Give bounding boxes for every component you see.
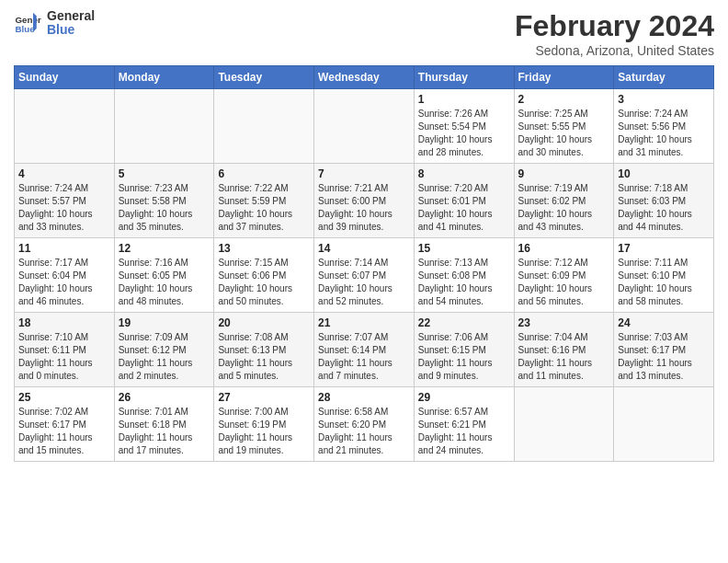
day-detail: Sunrise: 7:00 AM Sunset: 6:19 PM Dayligh… — [218, 406, 310, 457]
day-of-week-header: Wednesday — [314, 66, 415, 89]
day-number: 7 — [318, 167, 410, 180]
day-detail: Sunrise: 7:24 AM Sunset: 5:57 PM Dayligh… — [18, 182, 110, 234]
header-row: SundayMondayTuesdayWednesdayThursdayFrid… — [15, 66, 714, 89]
day-number: 9 — [518, 167, 610, 180]
day-detail: Sunrise: 7:24 AM Sunset: 5:56 PM Dayligh… — [618, 108, 710, 159]
day-number: 28 — [318, 391, 410, 404]
day-detail: Sunrise: 7:14 AM Sunset: 6:07 PM Dayligh… — [318, 257, 410, 308]
calendar-cell: 24Sunrise: 7:03 AM Sunset: 6:17 PM Dayli… — [614, 313, 714, 387]
day-number: 8 — [418, 167, 510, 180]
calendar-table: SundayMondayTuesdayWednesdayThursdayFrid… — [14, 65, 714, 462]
day-detail: Sunrise: 7:10 AM Sunset: 6:11 PM Dayligh… — [18, 331, 110, 383]
calendar-cell: 1Sunrise: 7:26 AM Sunset: 5:54 PM Daylig… — [414, 89, 514, 164]
logo-general: General — [47, 9, 95, 23]
calendar-week-row: 4Sunrise: 7:24 AM Sunset: 5:57 PM Daylig… — [15, 164, 714, 238]
calendar-cell: 23Sunrise: 7:04 AM Sunset: 6:16 PM Dayli… — [514, 313, 614, 387]
day-detail: Sunrise: 7:16 AM Sunset: 6:05 PM Dayligh… — [119, 257, 210, 308]
day-detail: Sunrise: 7:17 AM Sunset: 6:04 PM Dayligh… — [18, 257, 110, 308]
main-title: February 2024 — [515, 9, 714, 43]
calendar-cell: 25Sunrise: 7:02 AM Sunset: 6:17 PM Dayli… — [15, 387, 115, 462]
day-of-week-header: Friday — [514, 66, 614, 89]
day-detail: Sunrise: 6:57 AM Sunset: 6:21 PM Dayligh… — [418, 406, 510, 457]
day-of-week-header: Thursday — [414, 66, 514, 89]
day-number: 11 — [18, 242, 110, 255]
calendar-cell: 27Sunrise: 7:00 AM Sunset: 6:19 PM Dayli… — [214, 387, 314, 462]
day-detail: Sunrise: 7:07 AM Sunset: 6:14 PM Dayligh… — [318, 331, 410, 383]
calendar-cell: 2Sunrise: 7:25 AM Sunset: 5:55 PM Daylig… — [514, 89, 614, 164]
calendar-cell: 26Sunrise: 7:01 AM Sunset: 6:18 PM Dayli… — [114, 387, 214, 462]
day-number: 22 — [418, 316, 510, 329]
calendar-cell: 13Sunrise: 7:15 AM Sunset: 6:06 PM Dayli… — [214, 238, 314, 313]
day-number: 25 — [18, 391, 110, 404]
logo: General Blue General Blue — [14, 9, 95, 38]
day-of-week-header: Monday — [114, 66, 214, 89]
day-detail: Sunrise: 7:09 AM Sunset: 6:12 PM Dayligh… — [119, 331, 210, 383]
calendar-cell: 14Sunrise: 7:14 AM Sunset: 6:07 PM Dayli… — [314, 238, 415, 313]
day-number: 18 — [18, 316, 110, 329]
calendar-cell: 7Sunrise: 7:21 AM Sunset: 6:00 PM Daylig… — [314, 164, 415, 238]
calendar-cell: 4Sunrise: 7:24 AM Sunset: 5:57 PM Daylig… — [15, 164, 115, 238]
day-detail: Sunrise: 7:18 AM Sunset: 6:03 PM Dayligh… — [618, 182, 710, 234]
day-detail: Sunrise: 7:04 AM Sunset: 6:16 PM Dayligh… — [518, 331, 610, 383]
header: General Blue General Blue February 2024 … — [14, 9, 714, 58]
calendar-cell: 10Sunrise: 7:18 AM Sunset: 6:03 PM Dayli… — [614, 164, 714, 238]
day-detail: Sunrise: 7:19 AM Sunset: 6:02 PM Dayligh… — [518, 182, 610, 234]
day-detail: Sunrise: 7:08 AM Sunset: 6:13 PM Dayligh… — [218, 331, 310, 383]
day-detail: Sunrise: 7:02 AM Sunset: 6:17 PM Dayligh… — [18, 406, 110, 457]
day-detail: Sunrise: 7:12 AM Sunset: 6:09 PM Dayligh… — [518, 257, 610, 308]
calendar-cell: 21Sunrise: 7:07 AM Sunset: 6:14 PM Dayli… — [314, 313, 415, 387]
svg-text:Blue: Blue — [16, 24, 36, 34]
calendar-cell — [314, 89, 415, 164]
day-detail: Sunrise: 7:11 AM Sunset: 6:10 PM Dayligh… — [618, 257, 710, 308]
day-number: 3 — [618, 93, 710, 106]
day-detail: Sunrise: 7:20 AM Sunset: 6:01 PM Dayligh… — [418, 182, 510, 234]
day-number: 12 — [119, 242, 210, 255]
calendar-cell: 6Sunrise: 7:22 AM Sunset: 5:59 PM Daylig… — [214, 164, 314, 238]
day-of-week-header: Sunday — [15, 66, 115, 89]
day-number: 5 — [119, 167, 210, 180]
calendar-week-row: 1Sunrise: 7:26 AM Sunset: 5:54 PM Daylig… — [15, 89, 714, 164]
calendar-cell: 28Sunrise: 6:58 AM Sunset: 6:20 PM Dayli… — [314, 387, 415, 462]
day-number: 29 — [418, 391, 510, 404]
day-number: 10 — [618, 167, 710, 180]
day-number: 19 — [119, 316, 210, 329]
day-of-week-header: Tuesday — [214, 66, 314, 89]
calendar-cell: 8Sunrise: 7:20 AM Sunset: 6:01 PM Daylig… — [414, 164, 514, 238]
logo-blue: Blue — [47, 23, 95, 37]
day-detail: Sunrise: 7:23 AM Sunset: 5:58 PM Dayligh… — [119, 182, 210, 234]
calendar-cell — [614, 387, 714, 462]
day-of-week-header: Saturday — [614, 66, 714, 89]
calendar-body: 1Sunrise: 7:26 AM Sunset: 5:54 PM Daylig… — [15, 89, 714, 462]
day-number: 2 — [518, 93, 610, 106]
calendar-cell: 15Sunrise: 7:13 AM Sunset: 6:08 PM Dayli… — [414, 238, 514, 313]
calendar-cell — [214, 89, 314, 164]
calendar-week-row: 11Sunrise: 7:17 AM Sunset: 6:04 PM Dayli… — [15, 238, 714, 313]
calendar-cell: 12Sunrise: 7:16 AM Sunset: 6:05 PM Dayli… — [114, 238, 214, 313]
day-number: 23 — [518, 316, 610, 329]
calendar-cell — [114, 89, 214, 164]
day-detail: Sunrise: 7:26 AM Sunset: 5:54 PM Dayligh… — [418, 108, 510, 159]
day-detail: Sunrise: 7:01 AM Sunset: 6:18 PM Dayligh… — [119, 406, 210, 457]
day-detail: Sunrise: 7:15 AM Sunset: 6:06 PM Dayligh… — [218, 257, 310, 308]
calendar-cell: 18Sunrise: 7:10 AM Sunset: 6:11 PM Dayli… — [15, 313, 115, 387]
day-detail: Sunrise: 7:06 AM Sunset: 6:15 PM Dayligh… — [418, 331, 510, 383]
day-number: 16 — [518, 242, 610, 255]
day-number: 20 — [218, 316, 310, 329]
calendar-cell: 17Sunrise: 7:11 AM Sunset: 6:10 PM Dayli… — [614, 238, 714, 313]
day-number: 17 — [618, 242, 710, 255]
calendar-cell: 29Sunrise: 6:57 AM Sunset: 6:21 PM Dayli… — [414, 387, 514, 462]
calendar-cell: 20Sunrise: 7:08 AM Sunset: 6:13 PM Dayli… — [214, 313, 314, 387]
logo-icon: General Blue — [14, 9, 41, 37]
day-detail: Sunrise: 6:58 AM Sunset: 6:20 PM Dayligh… — [318, 406, 410, 457]
calendar-week-row: 18Sunrise: 7:10 AM Sunset: 6:11 PM Dayli… — [15, 313, 714, 387]
calendar-cell: 22Sunrise: 7:06 AM Sunset: 6:15 PM Dayli… — [414, 313, 514, 387]
day-number: 4 — [18, 167, 110, 180]
day-detail: Sunrise: 7:25 AM Sunset: 5:55 PM Dayligh… — [518, 108, 610, 159]
day-detail: Sunrise: 7:13 AM Sunset: 6:08 PM Dayligh… — [418, 257, 510, 308]
calendar-cell: 9Sunrise: 7:19 AM Sunset: 6:02 PM Daylig… — [514, 164, 614, 238]
calendar-header: SundayMondayTuesdayWednesdayThursdayFrid… — [15, 66, 714, 89]
day-detail: Sunrise: 7:21 AM Sunset: 6:00 PM Dayligh… — [318, 182, 410, 234]
day-number: 15 — [418, 242, 510, 255]
calendar-cell — [15, 89, 115, 164]
calendar-cell: 3Sunrise: 7:24 AM Sunset: 5:56 PM Daylig… — [614, 89, 714, 164]
